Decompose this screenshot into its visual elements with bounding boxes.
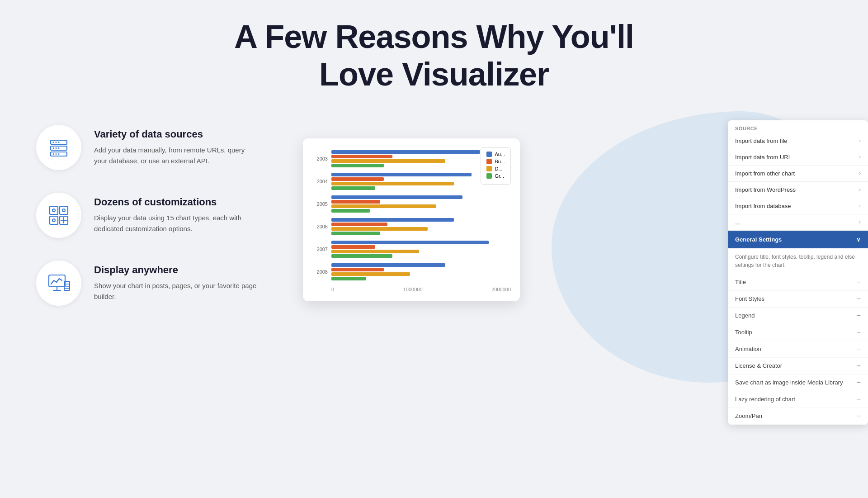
settings-item-more[interactable]: ... › (728, 214, 868, 231)
sub-item-legend[interactable]: Legend − (728, 308, 868, 324)
sub-item-animation[interactable]: Animation − (728, 341, 868, 358)
chart-row-2007: 2007 (312, 241, 506, 258)
settings-item-import-database[interactable]: Import from database › (728, 198, 868, 214)
feature-desc-customizations: Display your data using 15 chart types, … (94, 213, 257, 234)
feature-icon-customizations (36, 193, 81, 238)
minus-icon-license: − (857, 362, 861, 370)
svg-rect-14 (50, 216, 58, 224)
settings-item-import-file[interactable]: Import data from file › (728, 133, 868, 149)
chevron-icon-5: › (859, 219, 861, 225)
svg-point-10 (56, 153, 57, 155)
svg-point-5 (58, 142, 60, 143)
features-column: Variety of data sources Add your data ma… (36, 120, 271, 306)
chevron-icon-2: › (859, 170, 861, 176)
sub-item-tooltip[interactable]: Tooltip − (728, 324, 868, 341)
minus-icon-save-chart: − (857, 379, 861, 387)
feature-title-data-sources: Variety of data sources (94, 128, 257, 140)
chevron-icon-1: › (859, 154, 861, 160)
legend-item-green: Gr... (486, 173, 505, 179)
sub-item-zoom-pan[interactable]: Zoom/Pan − (728, 408, 868, 425)
feature-icon-display (36, 261, 81, 306)
chart-legend: Au... Bu... D... Gr... (481, 147, 511, 185)
feature-desc-display: Show your chart in posts, pages, or your… (94, 280, 257, 302)
feature-icon-data-sources (36, 125, 81, 170)
sub-item-license[interactable]: License & Creator − (728, 358, 868, 375)
minus-icon-lazy-render: − (857, 395, 861, 403)
minus-icon-zoom-pan: − (857, 412, 861, 420)
feature-text-customizations: Dozens of customizations Display your da… (94, 193, 257, 234)
legend-item-blue: Au... (486, 152, 505, 157)
chevron-down-icon: ∨ (856, 236, 861, 243)
minus-icon-animation: − (857, 345, 861, 353)
svg-rect-12 (50, 206, 58, 214)
content-area: Variety of data sources Add your data ma… (36, 120, 832, 346)
settings-item-import-url[interactable]: Import data from URL › (728, 149, 868, 166)
feature-text-display: Display anywhere Show your chart in post… (94, 261, 257, 302)
minus-icon-legend: − (857, 312, 861, 320)
minus-icon-font-styles: − (857, 295, 861, 303)
chart-row-2005: 2005 (312, 195, 506, 213)
source-label: Source (728, 120, 868, 133)
feature-title-customizations: Dozens of customizations (94, 196, 257, 208)
svg-point-16 (52, 209, 55, 212)
svg-point-18 (52, 219, 55, 222)
chart-row-2004: 2004 (312, 173, 506, 190)
svg-point-4 (56, 142, 57, 143)
database-icon (47, 136, 71, 159)
feature-display: Display anywhere Show your chart in post… (36, 261, 271, 306)
feature-customizations: Dozens of customizations Display your da… (36, 193, 271, 238)
svg-point-11 (58, 153, 60, 155)
chevron-icon-3: › (859, 186, 861, 193)
svg-point-3 (53, 142, 54, 143)
monitor-chart-icon (47, 271, 71, 295)
svg-point-6 (53, 147, 54, 149)
settings-box-icon (47, 204, 71, 227)
sub-item-save-chart[interactable]: Save chart as image inside Media Library… (728, 375, 868, 391)
feature-text-data-sources: Variety of data sources Add your data ma… (94, 125, 257, 166)
sub-item-lazy-render[interactable]: Lazy rendering of chart − (728, 391, 868, 408)
svg-point-7 (56, 147, 57, 149)
general-settings-desc: Configure title, font styles, tooltip, l… (728, 248, 868, 274)
legend-item-orange: D... (486, 166, 505, 171)
svg-point-17 (62, 209, 65, 212)
sub-item-font-styles[interactable]: Font Styles − (728, 291, 868, 308)
chart-row-2003: 2003 (312, 150, 506, 167)
feature-title-display: Display anywhere (94, 264, 257, 276)
page-wrapper: A Few Reasons Why You'll Love Visualizer (0, 0, 868, 498)
svg-rect-13 (60, 206, 68, 214)
minus-icon-tooltip: − (857, 328, 861, 337)
feature-desc-data-sources: Add your data manually, from remote URLs… (94, 145, 257, 166)
chevron-icon-4: › (859, 203, 861, 209)
sub-item-title[interactable]: Title − (728, 274, 868, 291)
general-settings-label: General Settings (735, 236, 782, 243)
chart-row-2008: 2008 (312, 263, 506, 280)
general-settings-header[interactable]: General Settings ∨ (728, 231, 868, 248)
settings-item-import-wordpress[interactable]: Import from WordPress › (728, 182, 868, 198)
settings-item-import-chart[interactable]: Import from other chart › (728, 166, 868, 182)
svg-point-8 (58, 147, 60, 149)
minus-icon-title: − (857, 278, 861, 286)
chart-panel: 2003 2004 (303, 138, 520, 301)
chevron-icon-0: › (859, 138, 861, 144)
feature-data-sources: Variety of data sources Add your data ma… (36, 125, 271, 170)
settings-panel: Source Import data from file › Import da… (728, 120, 868, 425)
viz-area: 2003 2004 (289, 120, 832, 346)
chart-row-2006: 2006 (312, 218, 506, 235)
legend-item-red: Bu... (486, 159, 505, 164)
chart-x-axis: 0 1000000 2000000 (312, 283, 511, 292)
svg-point-9 (53, 153, 54, 155)
hero-title: A Few Reasons Why You'll Love Visualizer (36, 18, 832, 93)
